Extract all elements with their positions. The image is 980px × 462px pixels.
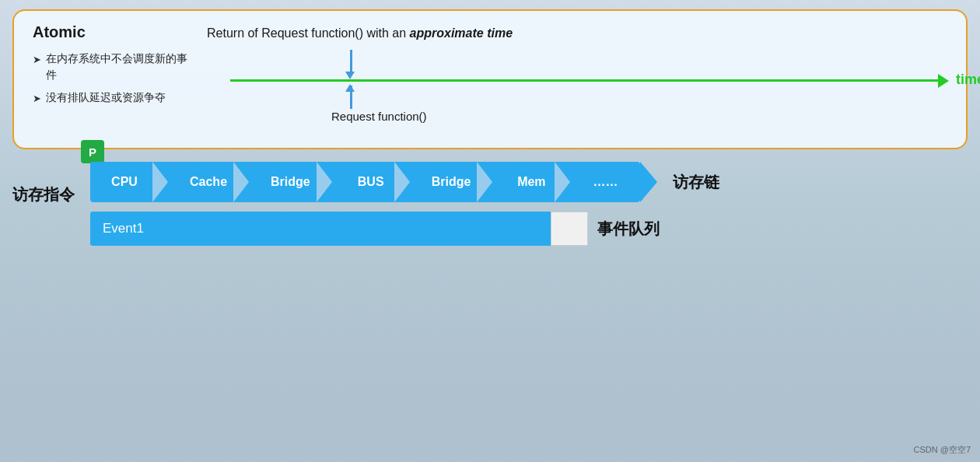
access-instruction-label: 访存指令 [12, 184, 75, 205]
bullet-text-1: 在内存系统中不会调度新的事件 [46, 51, 188, 83]
pipeline-dots-label: …… [593, 175, 618, 189]
left-labels: 访存指令 [12, 162, 90, 271]
arrow-down-shaft [350, 50, 352, 73]
event-bar-end [551, 212, 588, 246]
event-bar: Event1 [90, 212, 588, 246]
timeline-label-prefix: Return of Request function() with an [207, 26, 410, 40]
timeline-section: Return of Request function() with an app… [207, 23, 947, 112]
event-row: Event1 事件队列 [90, 212, 968, 246]
bullet-text-2: 没有排队延迟或资源争夺 [46, 89, 166, 106]
bullet-arrow-2: ➤ [33, 91, 41, 107]
pipeline-mem-label: Mem [517, 175, 545, 189]
time-label: time [956, 72, 980, 88]
pipeline-cpu-label: CPU [111, 175, 138, 189]
event-bar-text: Event1 [103, 221, 144, 236]
bullet-arrow-1: ➤ [33, 52, 41, 68]
timeline-arrow [230, 79, 940, 82]
pipeline-bridge1-label: Bridge [271, 175, 310, 189]
p-badge: P [81, 140, 104, 163]
pipeline-cache-label: Cache [190, 175, 227, 189]
top-card: Atomic ➤ 在内存系统中不会调度新的事件 ➤ 没有排队延迟或资源争夺 Re… [12, 9, 968, 149]
request-label: Request function() [331, 110, 427, 123]
arrow-up-head [345, 84, 355, 92]
atomic-bullet-2: ➤ 没有排队延迟或资源争夺 [33, 89, 188, 107]
watermark: CSDN @空空7 [913, 444, 971, 456]
pipeline-bridge2-label: Bridge [432, 175, 471, 189]
right-content: P CPU Cache Bridge BUS Bridge [90, 162, 968, 246]
event-queue-label: 事件队列 [597, 219, 660, 240]
chain-label: 访存链 [673, 172, 719, 193]
atomic-title: Atomic [33, 23, 188, 41]
timeline-top-label: Return of Request function() with an app… [207, 26, 947, 40]
timeline-label-em: approximate time [410, 26, 513, 40]
atomic-bullet-1: ➤ 在内存系统中不会调度新的事件 [33, 51, 188, 83]
atomic-section: Atomic ➤ 在内存系统中不会调度新的事件 ➤ 没有排队延迟或资源争夺 [33, 23, 188, 113]
pipeline-wrapper: P CPU Cache Bridge BUS Bridge [90, 162, 968, 202]
arrow-down-head [345, 72, 355, 79]
bottom-area: 访存指令 P CPU Cache Bridge [12, 162, 968, 271]
timeline-container: time Request function() [222, 50, 947, 112]
content-wrapper: Atomic ➤ 在内存系统中不会调度新的事件 ➤ 没有排队延迟或资源争夺 Re… [0, 0, 980, 462]
pipeline-row: CPU Cache Bridge BUS Bridge Me [90, 162, 968, 202]
pipeline-bus-label: BUS [358, 175, 384, 189]
